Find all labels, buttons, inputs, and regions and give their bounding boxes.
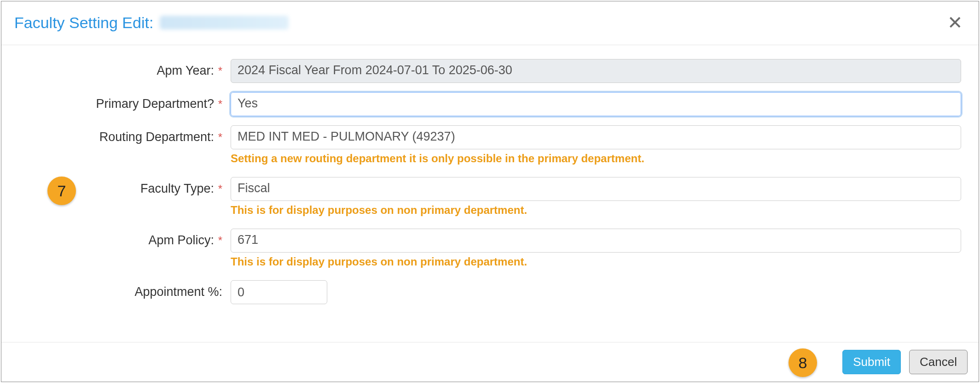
primary-department-select[interactable]: Yes	[231, 92, 961, 116]
row-faculty-type: Faculty Type: * Fiscal This is for displ…	[14, 177, 966, 217]
required-asterisk: *	[215, 234, 222, 247]
required-asterisk: *	[215, 98, 222, 110]
faculty-type-help: This is for display purposes on non prim…	[231, 204, 961, 217]
label-appointment-pct: Appointment %:	[14, 280, 231, 299]
label-primary-department: Primary Department? *	[14, 92, 231, 111]
label-faculty-type: Faculty Type: *	[14, 177, 231, 196]
routing-department-select[interactable]: MED INT MED - PULMONARY (49237)	[231, 125, 961, 149]
modal-footer: 8 Submit Cancel	[1, 342, 979, 382]
modal-title: Faculty Setting Edit:	[14, 14, 289, 32]
required-asterisk: *	[215, 131, 222, 143]
apm-policy-select[interactable]: 671	[231, 229, 961, 253]
label-apm-policy: Apm Policy: *	[14, 229, 231, 247]
title-name-blurred	[160, 16, 289, 29]
required-asterisk: *	[215, 65, 222, 77]
close-icon[interactable]: ✕	[945, 12, 966, 34]
required-asterisk: *	[215, 183, 222, 195]
title-prefix: Faculty Setting Edit:	[14, 14, 153, 32]
label-apm-year: Apm Year: *	[14, 59, 231, 78]
faculty-setting-edit-modal: Faculty Setting Edit: ✕ 7 Apm Year: * 20…	[1, 1, 979, 382]
appointment-pct-input[interactable]	[231, 280, 327, 304]
faculty-type-select[interactable]: Fiscal	[231, 177, 961, 201]
submit-button[interactable]: Submit	[842, 350, 901, 374]
label-routing-department: Routing Department: *	[14, 125, 231, 144]
modal-body: 7 Apm Year: * 2024 Fiscal Year From 2024…	[1, 45, 979, 342]
row-apm-year: Apm Year: * 2024 Fiscal Year From 2024-0…	[14, 59, 966, 83]
cancel-button[interactable]: Cancel	[909, 350, 968, 374]
apm-policy-help: This is for display purposes on non prim…	[231, 255, 961, 268]
apm-year-field: 2024 Fiscal Year From 2024-07-01 To 2025…	[231, 59, 961, 83]
row-primary-department: Primary Department? * Yes	[14, 92, 966, 116]
annotation-badge-8: 8	[789, 348, 817, 377]
row-routing-department: Routing Department: * MED INT MED - PULM…	[14, 125, 966, 165]
modal-header: Faculty Setting Edit: ✕	[1, 1, 979, 45]
row-apm-policy: Apm Policy: * 671 This is for display pu…	[14, 229, 966, 268]
row-appointment-pct: Appointment %:	[14, 280, 966, 304]
annotation-badge-7: 7	[47, 177, 76, 205]
routing-department-help: Setting a new routing department it is o…	[231, 152, 961, 165]
